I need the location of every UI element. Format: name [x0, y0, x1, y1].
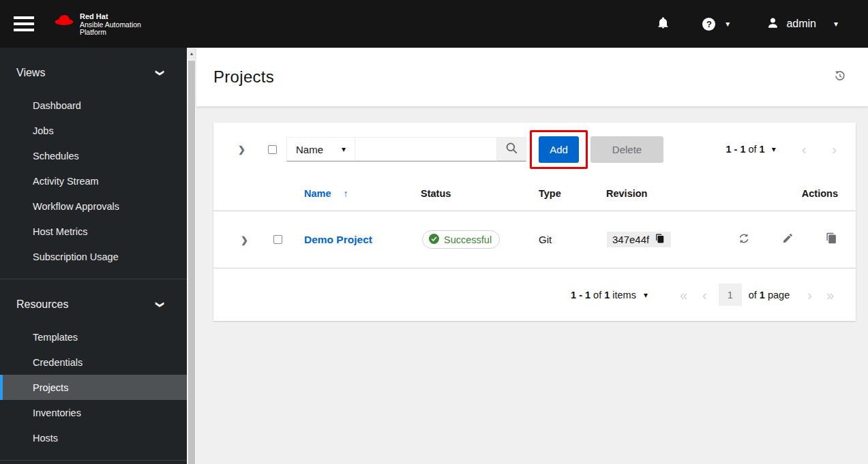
last-page-button[interactable]: » — [826, 288, 834, 302]
brand-line1: Red Hat — [80, 13, 141, 20]
status-label: Successful — [444, 234, 492, 245]
prev-page-button[interactable]: ‹ — [702, 288, 707, 302]
delete-button[interactable]: Delete — [590, 136, 663, 163]
sidebar-item-jobs[interactable]: Jobs — [0, 118, 187, 143]
per-page-dropdown-toggle[interactable]: ▾ — [644, 291, 648, 299]
bell-icon — [657, 16, 670, 31]
edit-button[interactable] — [782, 232, 794, 247]
help-caret-down-icon[interactable]: ▾ — [725, 20, 730, 28]
next-page-button[interactable]: › — [832, 142, 837, 156]
sidebar-item-schedules[interactable]: Schedules — [0, 143, 187, 168]
question-circle-icon: ? — [702, 18, 715, 31]
copy-icon — [826, 232, 837, 247]
sidebar-item-host-metrics[interactable]: Host Metrics — [0, 219, 187, 244]
copy-revision-button[interactable] — [655, 234, 665, 245]
masthead: Red Hat Ansible Automation Platform ? ▾ — [0, 0, 868, 48]
search-button[interactable] — [497, 137, 526, 161]
pagination-summary: 1 - 1 of 1 — [725, 144, 764, 155]
caret-down-icon: ▾ — [342, 145, 346, 153]
scrollbar-thumb[interactable] — [188, 61, 195, 464]
first-page-button[interactable]: « — [680, 288, 687, 302]
sidebar-item-projects[interactable]: Projects — [0, 375, 187, 400]
revision-chip: 347e44f — [607, 232, 671, 247]
sidebar-item-dashboard[interactable]: Dashboard — [0, 93, 187, 118]
sidebar-item-activity-stream[interactable]: Activity Stream — [0, 168, 187, 194]
sidebar-section-views[interactable]: Views ❯ — [0, 59, 187, 87]
sidebar-item-workflow-approvals[interactable]: Workflow Approvals — [0, 194, 187, 219]
sidebar-views-list: Dashboard Jobs Schedules Activity Stream… — [0, 93, 187, 269]
copy-project-button[interactable] — [826, 232, 837, 247]
toolbar: ❯ Name ▾ Add Delete — [213, 123, 856, 176]
content-scrollbar[interactable]: ▲ — [187, 48, 196, 464]
sidebar: Views ❯ Dashboard Jobs Schedules Activit… — [0, 48, 187, 464]
help-button[interactable]: ? — [702, 18, 715, 31]
sidebar-group-resources: Resources ❯ Templates Credentials Projec… — [0, 279, 187, 461]
brand-line3: Platform — [80, 29, 141, 35]
sidebar-item-hosts[interactable]: Hosts — [0, 425, 187, 450]
projects-card: ❯ Name ▾ Add Delete — [213, 123, 856, 321]
status-badge[interactable]: Successful — [422, 230, 500, 249]
app-root: Red Hat Ansible Automation Platform ? ▾ — [0, 0, 868, 464]
column-header-type: Type — [539, 188, 606, 199]
brand-logo[interactable]: Red Hat Ansible Automation Platform — [53, 13, 141, 35]
copy-icon — [655, 234, 665, 245]
sidebar-resources-list: Templates Credentials Projects Inventori… — [0, 324, 187, 450]
brand-line2: Ansible Automation — [80, 21, 141, 28]
add-button[interactable]: Add — [539, 136, 579, 163]
table-row: ❯ Demo Project Successful — [213, 211, 856, 268]
user-menu[interactable]: admin ▾ — [766, 16, 838, 32]
pencil-icon — [782, 232, 794, 247]
history-button[interactable] — [833, 69, 846, 84]
page-number-input[interactable] — [719, 283, 742, 306]
filter-attribute-dropdown[interactable]: Name ▾ — [286, 137, 355, 161]
items-total: 1 — [604, 290, 610, 300]
redhat-fedora-icon — [53, 13, 75, 29]
filter-attribute-label: Name — [296, 144, 323, 155]
column-header-revision: Revision — [606, 188, 702, 199]
user-caret-down-icon[interactable]: ▾ — [834, 20, 838, 28]
sidebar-group-views: Views ❯ Dashboard Jobs Schedules Activit… — [0, 48, 187, 279]
page-title: Projects — [213, 67, 274, 87]
sidebar-section-resources-label: Resources — [16, 298, 68, 311]
sort-asc-icon: ↑ — [344, 188, 348, 199]
pagination-range: 1 - 1 — [725, 144, 745, 155]
scroll-up-arrow-icon[interactable]: ▲ — [187, 48, 196, 59]
next-page-button[interactable]: › — [807, 288, 812, 302]
select-all-checkbox[interactable] — [268, 145, 277, 154]
notifications-button[interactable] — [657, 16, 670, 31]
page-count-label: of 1 page — [749, 290, 790, 300]
sidebar-section-resources[interactable]: Resources ❯ — [0, 291, 187, 318]
sidebar-item-credentials[interactable]: Credentials — [0, 350, 187, 375]
page-header: Projects — [196, 48, 868, 106]
column-header-actions: Actions — [802, 188, 856, 199]
table-header-row: Name ↑ Status Type Revision Actions — [213, 176, 856, 211]
chevron-right-icon: ❯ — [241, 235, 248, 245]
revision-value: 347e44f — [612, 234, 649, 245]
expand-all-button[interactable]: ❯ — [238, 144, 249, 155]
sync-button[interactable] — [738, 232, 750, 247]
search-icon — [505, 142, 518, 157]
annotation-highlight-box: Add — [530, 130, 588, 169]
sidebar-item-inventories[interactable]: Inventories — [0, 400, 187, 425]
project-link[interactable]: Demo Project — [304, 234, 372, 245]
user-icon — [766, 16, 779, 32]
sync-icon — [738, 232, 750, 247]
row-actions — [702, 232, 856, 247]
pagination-dropdown-toggle[interactable]: ▾ — [772, 145, 776, 153]
sidebar-section-views-label: Views — [16, 67, 45, 79]
sidebar-item-subscription-usage[interactable]: Subscription Usage — [0, 244, 187, 269]
help-menu: ? ▾ — [702, 18, 730, 31]
chevron-right-icon: ❯ — [238, 144, 245, 155]
items-summary: 1 - 1 of 1 items — [571, 290, 636, 300]
type-cell: Git — [539, 234, 606, 245]
chevron-down-icon: ❯ — [155, 69, 165, 76]
column-header-status: Status — [421, 188, 539, 199]
prev-page-button[interactable]: ‹ — [802, 142, 807, 156]
masthead-actions: ? ▾ admin ▾ — [657, 16, 838, 32]
items-range: 1 - 1 — [571, 290, 590, 300]
search-input[interactable] — [355, 137, 497, 161]
check-circle-icon — [429, 234, 439, 246]
sidebar-item-templates[interactable]: Templates — [0, 324, 187, 350]
nav-toggle-button[interactable] — [14, 16, 34, 31]
column-header-name[interactable]: Name ↑ — [280, 188, 421, 199]
